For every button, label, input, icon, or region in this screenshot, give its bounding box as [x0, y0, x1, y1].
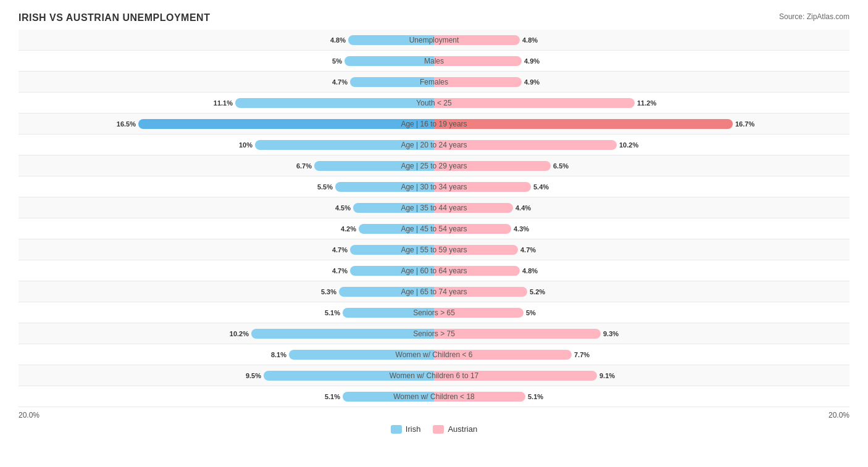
value-austrian: 5.4% [533, 183, 549, 191]
legend-item-austrian: Austrian [433, 424, 477, 434]
row-label: Seniors > 75 [413, 329, 455, 338]
chart-row: 10% Age | 20 to 24 years 10.2% [19, 134, 849, 155]
right-section: 4.3% [434, 218, 849, 239]
value-irish: 16.5% [117, 120, 136, 128]
value-austrian: 7.7% [574, 351, 590, 358]
left-section: 4.7% [19, 239, 434, 260]
value-irish: 4.2% [341, 225, 356, 233]
row-label: Males [424, 57, 444, 65]
left-section: 5.1% [19, 386, 434, 407]
value-irish: 5% [332, 57, 342, 65]
chart-row: 11.1% Youth < 25 11.2% [19, 93, 849, 114]
right-section: 4.8% [434, 260, 849, 281]
value-austrian: 5% [526, 309, 536, 316]
chart-row: 5.3% Age | 65 to 74 years 5.2% [19, 281, 849, 302]
chart-row: 4.7% Age | 60 to 64 years 4.8% [19, 260, 849, 281]
value-austrian: 5.2% [530, 288, 545, 295]
row-label: Youth < 25 [416, 99, 451, 107]
axis-row: 20.0% 20.0% [19, 411, 849, 419]
row-label: Age | 30 to 34 years [401, 183, 467, 191]
value-irish: 10.2% [230, 330, 249, 337]
right-section: 4.7% [434, 239, 849, 260]
legend-color-irish [391, 425, 402, 434]
left-section: 11.1% [19, 93, 434, 113]
bar-austrian [434, 56, 522, 66]
bar-austrian [434, 98, 635, 108]
left-section: 5.5% [19, 176, 434, 197]
chart-row: 6.7% Age | 25 to 29 years 6.5% [19, 155, 849, 176]
legend-color-austrian [433, 425, 444, 434]
value-irish: 8.1% [271, 351, 286, 358]
chart-row: 9.5% Women w/ Children 6 to 17 9.1% [19, 365, 849, 386]
bar-austrian [434, 329, 601, 339]
right-section: 16.7% [434, 114, 849, 134]
value-irish: 6.7% [296, 162, 312, 170]
chart-row: 8.1% Women w/ Children < 6 7.7% [19, 344, 849, 365]
value-irish: 11.1% [214, 99, 233, 107]
row-label: Age | 45 to 54 years [401, 225, 467, 233]
value-austrian: 4.3% [514, 225, 529, 233]
row-label: Age | 60 to 64 years [401, 267, 467, 275]
axis-right: 20.0% [434, 411, 849, 419]
chart-row: 5.1% Women w/ Children < 18 5.1% [19, 386, 849, 407]
right-section: 6.5% [434, 155, 849, 176]
bar-irish [251, 329, 434, 339]
row-label: Females [420, 78, 448, 86]
bar-irish [235, 98, 434, 108]
left-section: 4.5% [19, 197, 434, 218]
chart-row: 4.5% Age | 35 to 44 years 4.4% [19, 197, 849, 218]
value-irish: 4.7% [332, 246, 348, 254]
left-section: 9.5% [19, 365, 434, 386]
value-austrian: 9.1% [599, 372, 615, 379]
value-irish: 5.1% [325, 309, 340, 316]
value-irish: 4.8% [330, 36, 346, 44]
row-label: Seniors > 65 [413, 308, 455, 317]
value-austrian: 4.8% [522, 267, 538, 275]
chart-row: 4.2% Age | 45 to 54 years 4.3% [19, 218, 849, 239]
legend-label-austrian: Austrian [448, 424, 477, 434]
value-austrian: 4.8% [522, 36, 538, 44]
left-section: 10.2% [19, 323, 434, 344]
value-irish: 4.7% [332, 267, 348, 275]
value-austrian: 5.1% [528, 393, 543, 400]
legend: Irish Austrian [19, 424, 849, 434]
value-austrian: 16.7% [735, 120, 754, 128]
right-section: 5.1% [434, 386, 849, 407]
chart-title: IRISH VS AUSTRIAN UNEMPLOYMENT [19, 12, 210, 23]
chart-row: 10.2% Seniors > 75 9.3% [19, 323, 849, 344]
chart-container: IRISH VS AUSTRIAN UNEMPLOYMENT Source: Z… [19, 12, 849, 434]
left-section: 4.2% [19, 218, 434, 239]
axis-left: 20.0% [19, 411, 434, 419]
value-austrian: 9.3% [603, 330, 619, 337]
legend-label-irish: Irish [406, 424, 421, 434]
value-austrian: 4.4% [515, 204, 531, 212]
chart-row: 4.7% Age | 55 to 59 years 4.7% [19, 239, 849, 260]
value-irish: 10% [239, 141, 252, 149]
right-section: 4.4% [434, 197, 849, 218]
row-label: Age | 25 to 29 years [401, 162, 467, 170]
right-section: 5% [434, 302, 849, 323]
left-section: 10% [19, 134, 434, 155]
left-section: 4.7% [19, 72, 434, 92]
value-austrian: 4.7% [520, 246, 536, 254]
right-section: 4.8% [434, 30, 849, 50]
left-section: 16.5% [19, 114, 434, 134]
right-section: 10.2% [434, 134, 849, 155]
chart-row: 4.8% Unemployment 4.8% [19, 30, 849, 51]
left-section: 4.7% [19, 260, 434, 281]
right-section: 4.9% [434, 51, 849, 71]
value-austrian: 4.9% [524, 78, 540, 86]
row-label: Age | 55 to 59 years [401, 246, 467, 254]
row-label: Age | 35 to 44 years [401, 204, 467, 212]
chart-row: 5.5% Age | 30 to 34 years 5.4% [19, 176, 849, 197]
right-section: 9.3% [434, 323, 849, 344]
value-irish: 5.5% [317, 183, 333, 191]
chart-row: 5% Males 4.9% [19, 51, 849, 72]
value-austrian: 4.9% [524, 57, 540, 65]
chart-row: 5.1% Seniors > 65 5% [19, 302, 849, 323]
chart-row: 4.7% Females 4.9% [19, 72, 849, 93]
right-section: 5.2% [434, 281, 849, 302]
chart-row: 16.5% Age | 16 to 19 years 16.7% [19, 114, 849, 134]
source-label: Source: ZipAtlas.com [779, 12, 849, 21]
left-section: 4.8% [19, 30, 434, 50]
